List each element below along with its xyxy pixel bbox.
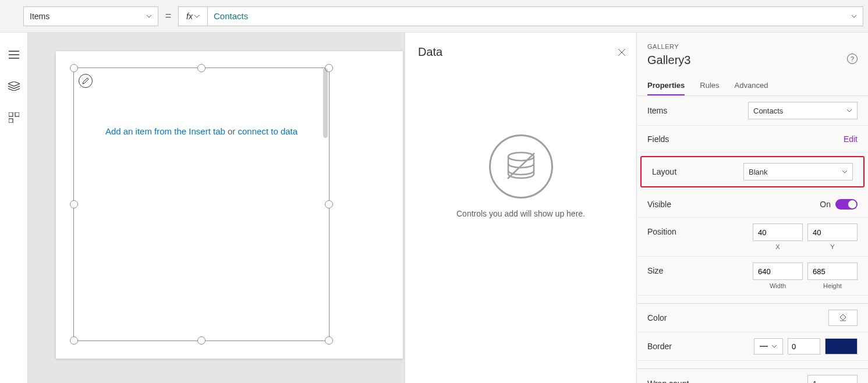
visible-value: On [820,200,831,209]
control-name[interactable]: Gallery3 [647,54,690,67]
svg-rect-1 [15,112,19,116]
prop-border-label: Border [647,342,672,351]
border-style-select[interactable] [754,338,783,354]
data-empty-message: Controls you add will show up here. [405,209,636,218]
position-y-input[interactable] [807,224,858,241]
x-sublabel: X [775,243,780,250]
fx-label: fx [186,12,193,21]
prop-layout-label: Layout [652,167,676,176]
hint-or: or [225,126,238,136]
formula-bar: Items = fx Contacts [0,0,868,33]
components-button[interactable] [7,111,21,125]
layers-icon [8,81,20,91]
tab-properties[interactable]: Properties [647,76,685,95]
svg-rect-2 [9,119,13,123]
prop-color-label: Color [647,313,667,322]
property-selector-value: Items [30,12,49,21]
y-sublabel: Y [830,243,834,250]
wrap-count-input[interactable] [807,375,858,383]
chevron-down-icon [842,169,848,175]
hint-link-insert[interactable]: Add an item from the Insert tab [105,126,225,136]
artboard: Add an item from the Insert tab or conne… [56,51,403,359]
resize-handle[interactable] [197,64,206,72]
border-width-input[interactable] [788,338,820,354]
control-type-label: GALLERY [647,43,858,50]
chevron-down-icon [851,13,857,19]
chevron-down-icon [846,108,852,114]
hint-link-data[interactable]: connect to data [238,126,298,136]
resize-handle[interactable] [70,64,78,72]
tab-rules[interactable]: Rules [700,76,719,95]
chevron-down-icon [771,343,777,349]
pencil-icon [82,77,89,84]
canvas[interactable]: Add an item from the Insert tab or conne… [28,33,405,383]
hamburger-icon [9,51,19,59]
svg-rect-0 [9,112,13,116]
close-icon [618,48,626,56]
prop-items-label: Items [647,106,667,115]
position-x-input[interactable] [753,224,803,241]
resize-handle[interactable] [70,200,78,208]
prop-fields-label: Fields [647,134,669,144]
left-rail [0,33,28,383]
width-sublabel: Width [770,282,786,289]
fields-edit-link[interactable]: Edit [844,134,858,144]
prop-wrap-label: Wrap count [647,379,689,383]
layout-select[interactable]: Blank [743,163,853,180]
close-button[interactable] [617,47,627,58]
resize-handle[interactable] [325,200,333,208]
resize-handle[interactable] [197,336,206,345]
line-icon [760,345,771,348]
height-sublabel: Height [823,282,842,289]
size-width-input[interactable] [753,263,803,280]
items-select[interactable]: Contacts [748,102,858,119]
formula-input[interactable]: Contacts [207,6,863,26]
layout-select-value: Blank [749,168,768,176]
grid-icon [9,112,19,123]
resize-handle[interactable] [70,336,78,345]
color-picker[interactable] [828,310,858,326]
edit-badge[interactable] [79,74,93,88]
tab-advanced[interactable]: Advanced [735,76,768,95]
hamburger-button[interactable] [7,48,21,62]
properties-pane: GALLERY Gallery3 ? Properties Rules Adva… [636,33,868,383]
fx-button[interactable]: fx [178,6,207,26]
chevron-down-icon [146,13,152,19]
resize-handle[interactable] [325,336,333,345]
chevron-down-icon [194,13,200,19]
gallery-selection[interactable]: Add an item from the Insert tab or conne… [73,68,330,341]
visible-toggle[interactable]: On [820,199,858,210]
help-button[interactable]: ? [847,54,858,64]
prop-size-label: Size [647,263,663,275]
database-empty-icon [489,134,553,198]
property-selector[interactable]: Items [23,6,158,26]
equals-label: = [158,10,178,22]
border-color-picker[interactable] [825,338,858,354]
prop-visible-label: Visible [647,200,671,209]
prop-position-label: Position [647,224,676,236]
tree-view-button[interactable] [7,79,21,93]
gallery-hint: Add an item from the Insert tab or conne… [74,126,329,136]
items-select-value: Contacts [753,107,783,115]
data-pane: Data Controls you add will show up here. [405,33,636,383]
formula-value: Contacts [214,11,248,21]
fill-icon [838,313,848,322]
size-height-input[interactable] [807,263,858,280]
data-pane-title: Data [418,45,442,59]
properties-tabs: Properties Rules Advanced [637,76,868,96]
